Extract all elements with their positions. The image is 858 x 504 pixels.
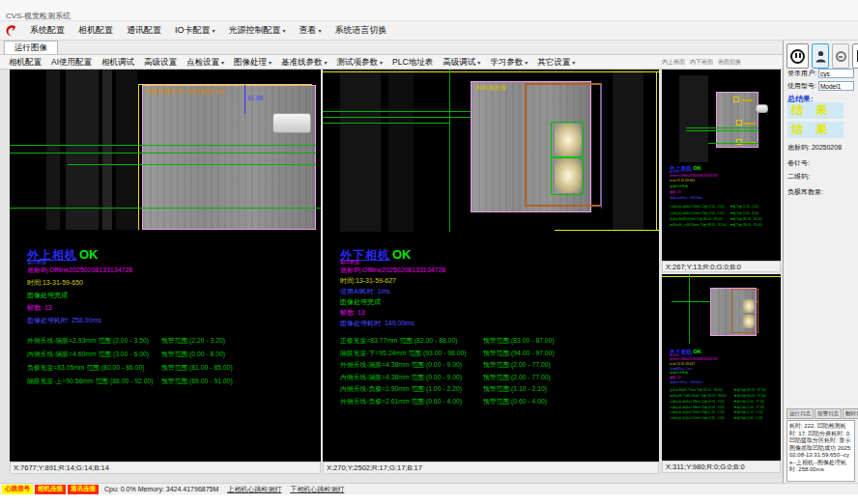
- decor: 使用型号:: [787, 81, 854, 91]
- info-field-label: 二维码:: [787, 173, 810, 180]
- decor: [689, 274, 690, 344]
- measure-row: 外侧丢线-隔膜=2.93mm 范围:(2.00 - 3.50)预警范围:(2.2…: [27, 336, 317, 350]
- status-badges: 心跳信号相机连接通讯连接: [2, 485, 99, 494]
- log-tabs: 运行日志报警日志翻转日志: [786, 408, 858, 419]
- menu-items: 系统配置相机配置通讯配置IO卡配置▾光源控制配置▾查看▾系统语言切换: [23, 21, 394, 41]
- measure-rows: 外侧丢线-隔膜=2.93mm 范围:(2.00 - 3.50)预警范围:(2.2…: [670, 205, 781, 229]
- toolbar-item[interactable]: 相机配置: [4, 55, 46, 69]
- decor: [736, 120, 742, 126]
- toolbar-item[interactable]: 点检设置▾: [182, 55, 229, 70]
- chevron-down-icon: ▾: [572, 60, 575, 66]
- app-logo-icon: [4, 23, 18, 38]
- app-window: CVS-视觉检测系统 系统配置相机配置通讯配置IO卡配置▾光源控制配置▾查看▾系…: [0, 0, 858, 504]
- result-status-label: OK: [392, 247, 412, 262]
- toolbar-item[interactable]: 高级设置: [139, 55, 182, 69]
- decor: [551, 122, 584, 158]
- menu-item[interactable]: IO卡配置▾: [168, 21, 222, 41]
- measure-value: 外侧丢线-负极=2.61mm 范围:(0.60 - 4.00): [340, 397, 483, 409]
- measure-row: 隔膜宽度-下=95.24mm 范围:(93.00 - 98.00)预警范围:(9…: [340, 349, 630, 361]
- toolbar-item[interactable]: AI使用配置: [46, 55, 97, 69]
- thumbnail-view-lower[interactable]: 外下相机OK输出数据底标码:Offline20250208133134728时间…: [662, 274, 781, 461]
- stop-button[interactable]: [832, 43, 849, 69]
- decor: [7, 25, 16, 36]
- model-input[interactable]: [818, 81, 854, 91]
- measure-row: 隔膜宽度-上=90.56mm 范围:(88.00 - 92.00)预警范围:(8…: [27, 377, 317, 390]
- log-tab[interactable]: 报警日志: [815, 408, 842, 419]
- decor: [340, 70, 381, 232]
- pause-button[interactable]: [786, 43, 809, 69]
- decor: [679, 75, 708, 162]
- tab-run-image[interactable]: 运行图像: [4, 41, 58, 54]
- small-view-header-label: 画面切换: [718, 58, 741, 67]
- toolbar-item[interactable]: 其它设置▾: [532, 55, 580, 70]
- info-field: 卷针号:: [787, 158, 810, 168]
- toolbar-item[interactable]: 高级调试▾: [438, 55, 485, 70]
- info-line: 图像处理耗时: 258.00ms: [27, 316, 317, 328]
- toolbar-item[interactable]: 图像处理▾: [229, 55, 276, 70]
- warn-range: 预警范围:(83.00 - 87.00): [483, 336, 630, 349]
- weld-tab-highlight: [743, 315, 755, 328]
- warn-range: 预警范围:(0.00 - 8.00): [161, 350, 317, 363]
- coord-readout-thumb-top: X:267;Y:13;R:0;G:0;B:0: [662, 261, 781, 272]
- decor: [613, 70, 644, 232]
- decor: [244, 85, 245, 114]
- info-field: 负极耳数量:: [787, 187, 823, 197]
- decor: [388, 70, 414, 232]
- decor: [66, 70, 99, 230]
- small-views-header: 内上画面内下画面画面切换: [662, 56, 781, 68]
- decor: [686, 130, 758, 131]
- decor: [10, 153, 316, 154]
- menu-item[interactable]: 系统配置: [23, 21, 72, 41]
- thumbnail-view-upper[interactable]: 外上相机OK输出数据底标码:Offline20250208133134728时间…: [662, 70, 781, 261]
- ai-annotation: AI检测图像: [475, 84, 506, 93]
- weld-tab-highlight: [743, 299, 755, 313]
- toolbar-item[interactable]: 学习参数▾: [485, 55, 532, 70]
- measure-value: 外侧丢线-负极=2.61mm 范围:(0.60 - 4.00): [670, 415, 734, 421]
- decor: [686, 127, 758, 128]
- measure-row: 外侧丢线-负极=2.61mm 范围:(0.60 - 4.00)预警范围:(0.6…: [340, 397, 630, 409]
- chevron-down-icon: ▾: [325, 60, 328, 66]
- info-line: 底标码:Offline20250208133134728: [340, 266, 630, 276]
- camera-view-upper[interactable]: N极耳阈值:93, 动态阈值:100 91.68 外上相机OK输出数据底标码:O…: [10, 70, 321, 462]
- tab-connector-region: [272, 113, 311, 133]
- toolbar-item[interactable]: 相机调试: [97, 55, 139, 69]
- menu-item[interactable]: 系统语言切换: [329, 21, 394, 41]
- decor: [10, 145, 316, 146]
- log-tab[interactable]: 运行日志: [786, 408, 814, 419]
- coord-readout-left: X:7677;Y:891;R:14;G:14;B:14: [10, 462, 321, 474]
- cpu-memory-readout: Cpu: 0.0% Memory: 3424.41796875M: [104, 486, 218, 492]
- exit-button[interactable]: [852, 43, 858, 69]
- info-line: 使用AI耗时: 1ms: [340, 287, 630, 297]
- chevron-down-icon: ▾: [269, 60, 272, 66]
- warn-range: 预警范围:(2.00 - 77.00): [483, 373, 630, 385]
- log-tab[interactable]: 翻转日志: [843, 408, 858, 419]
- info-field-label: 底标码:: [787, 144, 810, 151]
- menu-item[interactable]: 相机配置: [72, 21, 120, 41]
- login-user-label: 登录用户:: [787, 69, 816, 78]
- measure-rows: 外侧丢线-隔膜=2.93mm 范围:(2.00 - 3.50)预警范围:(2.2…: [27, 336, 317, 390]
- info-line: 帧数: 13: [27, 303, 317, 316]
- result-status-label: OK: [79, 247, 99, 262]
- camera-view-lower[interactable]: AI检测图像 外下相机OK输出数据底标码:Offline202502081331…: [323, 70, 659, 462]
- log-output: 耗时: 222, 凹陷检测耗时: 17, 凹陷分类耗时: 0, 凹陷提取分区耗时…: [786, 420, 855, 482]
- toolbar-item[interactable]: 测试项参数▾: [332, 55, 388, 70]
- total-result-box: 结 果: [787, 102, 844, 119]
- menu-item[interactable]: 查看▾: [293, 21, 329, 41]
- warn-range: 预警范围:(94.00 - 97.00): [483, 349, 630, 361]
- measure-value: 外侧丢线-隔膜=2.93mm 范围:(2.00 - 3.50): [27, 336, 161, 350]
- menu-item[interactable]: 通讯配置: [120, 21, 168, 41]
- small-view-header-label: 内下画面: [690, 58, 713, 67]
- toolbar-item[interactable]: PLC地址表: [387, 55, 438, 69]
- menu-item[interactable]: 光源控制配置▾: [222, 21, 293, 41]
- decor: [733, 97, 739, 102]
- toolbar-item[interactable]: 基准线参数▾: [276, 55, 332, 70]
- decor: [817, 50, 822, 55]
- total-result-box: 结 果: [787, 122, 844, 138]
- measure-row: 内侧丢线-隔膜=4.60mm 范围:(3.00 - 6.00)预警范围:(0.0…: [27, 350, 317, 363]
- decor: 登录用户:: [787, 69, 854, 78]
- chevron-down-icon: ▾: [221, 60, 224, 66]
- measure-row: 负极宽度=83.05mm 范围:(80.00 - 86.00)预警范围:(81.…: [27, 363, 317, 377]
- user-button[interactable]: [812, 43, 829, 69]
- info-field: 底标码: 20250208: [787, 143, 842, 153]
- login-user-input[interactable]: [818, 69, 854, 78]
